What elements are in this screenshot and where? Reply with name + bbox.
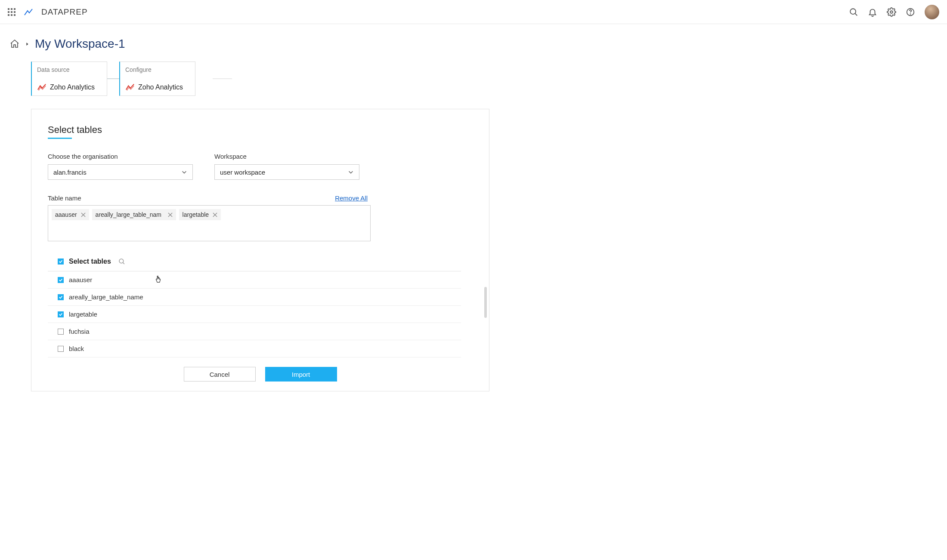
tables-list: Select tables aaauser areally_large_tabl… <box>48 253 461 357</box>
table-name: largetable <box>69 311 97 318</box>
header-left: DATAPREP <box>8 7 88 17</box>
help-icon[interactable] <box>906 7 915 17</box>
tag: areally_large_table_nam <box>92 209 176 220</box>
workspace-field: Workspace user workspace <box>214 153 359 180</box>
header-right <box>849 5 939 19</box>
chevron-down-icon <box>181 169 187 175</box>
app-header: DATAPREP <box>0 0 947 24</box>
import-button[interactable]: Import <box>265 367 337 382</box>
search-icon[interactable] <box>849 7 858 17</box>
step-label: Data source <box>37 66 102 73</box>
breadcrumb: My Workspace-1 <box>0 24 947 62</box>
workspace-label: Workspace <box>214 153 359 160</box>
config-panel: Select tables Choose the organisation al… <box>31 109 489 391</box>
zoho-analytics-icon <box>125 83 135 92</box>
search-icon[interactable] <box>118 258 126 265</box>
step-value: Zoho Analytics <box>138 83 183 91</box>
table-row[interactable]: areally_large_table_name <box>48 289 461 306</box>
apps-grid-icon[interactable] <box>8 8 15 16</box>
tag: largetable <box>179 209 221 220</box>
tag-label: areally_large_table_nam <box>96 211 161 218</box>
scrollbar-thumb[interactable] <box>484 287 487 318</box>
table-name-input[interactable]: aaauser areally_large_table_nam largetab… <box>48 205 371 241</box>
cancel-button[interactable]: Cancel <box>184 367 256 382</box>
table-checkbox[interactable] <box>58 277 64 283</box>
step-connector-faded <box>213 78 232 79</box>
select-all-checkbox[interactable] <box>58 258 64 265</box>
table-name: areally_large_table_name <box>69 293 143 301</box>
logo-text: DATAPREP <box>41 7 88 17</box>
zoho-analytics-icon <box>37 83 46 92</box>
table-checkbox[interactable] <box>58 311 64 317</box>
tag: aaauser <box>52 209 89 220</box>
table-name-label: Table name <box>48 194 81 202</box>
table-name: fuchsia <box>69 328 90 335</box>
tables-header-title: Select tables <box>69 258 111 265</box>
logo-icon <box>23 7 34 17</box>
footer-actions: Cancel Import <box>48 367 473 382</box>
page-title: My Workspace-1 <box>35 37 125 51</box>
step-data-source[interactable]: Data source Zoho Analytics <box>31 62 107 96</box>
svg-point-3 <box>910 14 911 14</box>
chevron-down-icon <box>348 169 354 175</box>
workspace-select[interactable]: user workspace <box>214 164 359 180</box>
close-icon[interactable] <box>213 212 217 217</box>
org-value: alan.francis <box>53 169 87 176</box>
scrollbar[interactable] <box>484 279 487 322</box>
table-name: aaauser <box>69 276 92 283</box>
table-checkbox[interactable] <box>58 346 64 352</box>
table-row[interactable]: aaauser <box>48 271 461 289</box>
svg-point-4 <box>119 259 124 263</box>
table-row[interactable]: fuchsia <box>48 323 461 340</box>
table-checkbox[interactable] <box>58 294 64 300</box>
step-connector <box>107 78 119 79</box>
home-icon[interactable] <box>9 39 20 49</box>
workspace-value: user workspace <box>220 169 265 176</box>
org-select[interactable]: alan.francis <box>48 164 193 180</box>
remove-all-link[interactable]: Remove All <box>335 194 368 202</box>
org-label: Choose the organisation <box>48 153 193 160</box>
step-label: Configure <box>125 66 190 73</box>
table-checkbox[interactable] <box>58 329 64 335</box>
gear-icon[interactable] <box>887 7 896 17</box>
close-icon[interactable] <box>81 212 86 217</box>
cursor-icon <box>155 275 162 285</box>
table-row[interactable]: black <box>48 340 461 357</box>
steps-row: Data source Zoho Analytics Configure Zoh… <box>31 62 947 96</box>
avatar[interactable] <box>925 5 939 19</box>
close-icon[interactable] <box>168 212 173 217</box>
step-value: Zoho Analytics <box>50 83 95 91</box>
tag-label: largetable <box>183 211 209 218</box>
chevron-right-icon <box>26 43 29 46</box>
table-row[interactable]: largetable <box>48 306 461 323</box>
svg-point-1 <box>890 11 893 13</box>
panel-title: Select tables <box>48 124 102 138</box>
table-name: black <box>69 345 84 352</box>
org-field: Choose the organisation alan.francis <box>48 153 193 180</box>
svg-point-0 <box>850 9 856 14</box>
step-configure[interactable]: Configure Zoho Analytics <box>119 62 195 96</box>
tag-label: aaauser <box>55 211 77 218</box>
bell-icon[interactable] <box>868 7 877 17</box>
